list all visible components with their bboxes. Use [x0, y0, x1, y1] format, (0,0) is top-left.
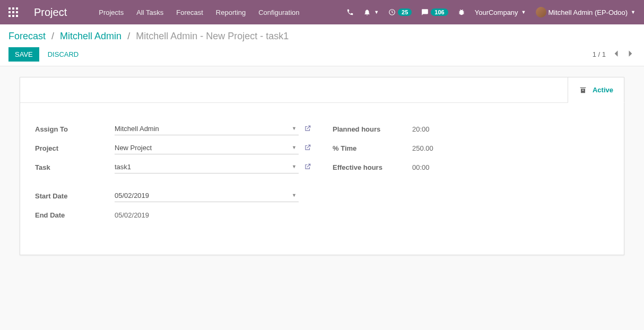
phone-icon[interactable] [346, 8, 354, 16]
navbar: Project Projects All Tasks Forecast Repo… [0, 0, 644, 24]
pager-text: 1 / 1 [593, 50, 606, 58]
user-menu[interactable]: Mitchell Admin (EP-Odoo) ▼ [536, 7, 636, 18]
nav-right: ▼ 25 106 YourCompany ▼ Mitchell Admin (E… [346, 7, 636, 18]
content-area: Active Assign To ▼ Project [0, 66, 644, 266]
task-input[interactable] [115, 161, 299, 173]
external-link-icon[interactable] [304, 163, 311, 172]
pager-next-icon[interactable] [626, 48, 636, 62]
save-button[interactable]: Save [8, 47, 39, 62]
control-panel: Forecast / Mitchell Admin / Mitchell Adm… [0, 24, 644, 66]
label-planned-hours: Planned hours [333, 125, 412, 133]
sheet-header: Active [20, 77, 624, 103]
nav-projects[interactable]: Projects [99, 8, 124, 16]
breadcrumb-current: Mitchell Admin - New Project - task1 [136, 31, 289, 41]
pager-prev-icon[interactable] [611, 48, 621, 62]
label-end-date: End Date [35, 211, 115, 219]
breadcrumb-root[interactable]: Forecast [8, 31, 46, 41]
debug-icon[interactable] [458, 8, 465, 16]
label-start-date: Start Date [35, 192, 115, 200]
company-switcher[interactable]: YourCompany ▼ [475, 8, 526, 16]
label-assign-to: Assign To [35, 125, 115, 133]
label-percent-time: % Time [333, 144, 412, 152]
nav-forecast[interactable]: Forecast [176, 8, 203, 16]
nav-menu: Projects All Tasks Forecast Reporting Co… [99, 8, 346, 16]
form-sheet: Active Assign To ▼ Project [20, 77, 624, 255]
external-link-icon[interactable] [304, 125, 311, 134]
breadcrumb-mid[interactable]: Mitchell Admin [60, 31, 121, 41]
activities-badge: 25 [398, 8, 412, 16]
apps-icon[interactable] [8, 7, 18, 17]
active-button[interactable]: Active [568, 77, 624, 103]
avatar-icon [536, 7, 546, 18]
project-input[interactable] [115, 142, 299, 154]
assign-to-input[interactable] [115, 123, 299, 135]
messages-icon[interactable]: 106 [421, 8, 448, 16]
label-effective-hours: Effective hours [333, 163, 412, 171]
messages-badge: 106 [431, 8, 448, 16]
nav-configuration[interactable]: Configuration [258, 8, 299, 16]
pager: 1 / 1 [593, 48, 636, 62]
archive-icon [579, 86, 587, 94]
active-label: Active [593, 86, 613, 94]
discard-button[interactable]: Discard [48, 50, 79, 58]
nav-reporting[interactable]: Reporting [216, 8, 246, 16]
start-date-input[interactable] [115, 189, 299, 202]
label-task: Task [35, 163, 115, 171]
activities-icon[interactable]: 25 [388, 8, 412, 16]
planned-hours-value: 20:00 [412, 125, 430, 133]
form-right-column: Planned hours 20:00 % Time 250.00 Effect… [333, 122, 609, 227]
end-date-value: 05/02/2019 [115, 211, 149, 219]
label-project: Project [35, 144, 115, 152]
effective-hours-value: 00:00 [412, 163, 430, 171]
notifications-icon[interactable]: ▼ [363, 8, 379, 16]
breadcrumb: Forecast / Mitchell Admin / Mitchell Adm… [8, 31, 636, 42]
external-link-icon[interactable] [304, 144, 311, 153]
percent-time-value: 250.00 [412, 144, 433, 152]
nav-all-tasks[interactable]: All Tasks [136, 8, 163, 16]
form-left-column: Assign To ▼ Project ▼ [35, 122, 311, 227]
brand[interactable]: Project [34, 6, 67, 19]
